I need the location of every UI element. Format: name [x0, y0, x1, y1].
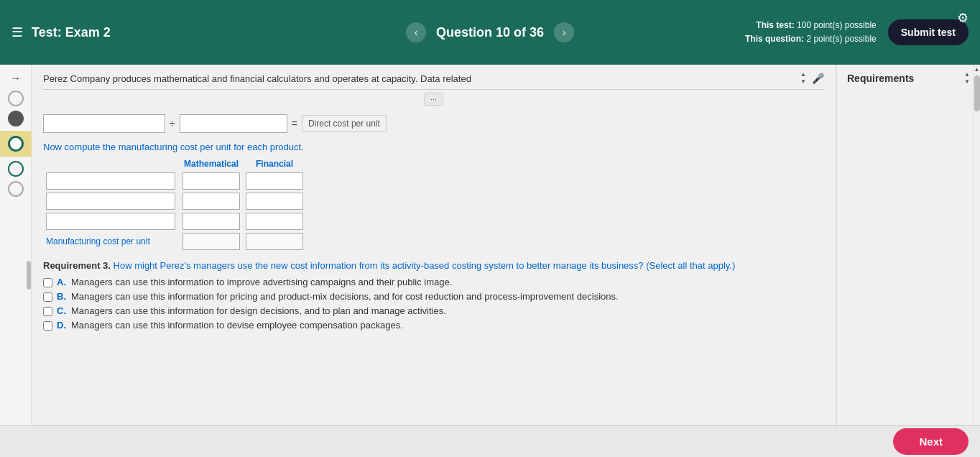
divide-op: ÷ — [170, 118, 175, 129]
row1-fin-input[interactable] — [246, 172, 303, 190]
left-sidebar: → ◂ ▸ — [0, 65, 32, 457]
option-d-text: Managers can use this information to dev… — [71, 320, 403, 331]
left-panel: Perez Company produces mathematical and … — [32, 65, 836, 457]
menu-icon[interactable]: ☰ — [11, 24, 23, 40]
header-right: This test: 100 point(s) possible This qu… — [745, 19, 969, 46]
scroll-thumb[interactable] — [974, 75, 980, 111]
option-a-letter: A. — [57, 277, 67, 287]
option-c-checkbox[interactable] — [43, 307, 52, 316]
option-b-checkbox[interactable] — [43, 292, 52, 302]
option-a-text: Managers can use this information to imp… — [71, 277, 452, 287]
option-d-letter: D. — [57, 320, 67, 331]
sidebar-circle-1[interactable] — [8, 91, 24, 106]
formula-label: Direct cost per unit — [302, 115, 387, 132]
test-title: Test: Exam 2 — [32, 25, 111, 40]
next-button[interactable]: Next — [893, 428, 969, 455]
header-left: ☰ Test: Exam 2 — [11, 24, 111, 40]
row1-math-input[interactable] — [182, 172, 240, 190]
question-counter: Question 10 of 36 — [436, 25, 544, 40]
row3-label-input[interactable] — [46, 213, 175, 230]
right-down-icon: ▼ — [964, 79, 970, 85]
test-name: Exam 2 — [65, 25, 111, 40]
table-row — [43, 191, 306, 211]
footer-fin-input[interactable] — [246, 233, 303, 250]
option-d-checkbox[interactable] — [43, 321, 52, 331]
sidebar-arrow-right[interactable]: → — [9, 70, 23, 86]
row2-label-input[interactable] — [46, 193, 175, 210]
main-layout: → ◂ ▸ Perez Company produces mathematica… — [0, 65, 980, 457]
sidebar-circle-4[interactable] — [8, 161, 24, 177]
scroll-up-arrow[interactable]: ▲ — [974, 66, 980, 73]
sub-instruction: Now compute the manufacturing cost per u… — [43, 142, 824, 152]
sidebar-highlight — [0, 131, 32, 157]
footer-math-input[interactable] — [182, 233, 240, 250]
table-header-empty — [43, 157, 180, 171]
option-d: D. Managers can use this information to … — [43, 320, 824, 331]
row2-fin-input[interactable] — [246, 193, 303, 210]
row3-fin-input[interactable] — [246, 213, 303, 230]
option-b-letter: B. — [57, 291, 67, 302]
points-info: This test: 100 point(s) possible This qu… — [745, 19, 877, 46]
right-panel: Requirements ▲ ▼ ▲ ▼ — [836, 65, 980, 457]
up-arrow-icon: ▲ — [800, 72, 806, 78]
gear-icon[interactable]: ⚙ — [957, 10, 969, 26]
bottom-bar: Next — [0, 425, 980, 457]
req-number: Requirement 3. — [43, 260, 111, 271]
scroll-control[interactable]: ▲ ▼ — [800, 72, 806, 85]
next-question-button[interactable]: › — [554, 22, 574, 42]
req-select-note: (Select all that apply.) — [646, 260, 735, 271]
table-header-financial: Financial — [243, 157, 306, 171]
table-footer-row: Manufacturing cost per unit — [43, 231, 306, 251]
table-row — [43, 211, 306, 231]
separator — [43, 89, 824, 90]
requirements-title: Requirements — [847, 73, 914, 84]
microphone-icon[interactable]: 🎤 — [812, 73, 824, 84]
equals-op: = — [292, 118, 297, 129]
content-area: Perez Company produces mathematical and … — [32, 65, 980, 457]
option-c-letter: C. — [57, 305, 67, 316]
prev-question-button[interactable]: ‹ — [406, 22, 426, 42]
formula-row: ÷ = Direct cost per unit — [43, 111, 824, 136]
right-scrollbar: ▲ ▼ — [973, 65, 980, 457]
option-c: C. Managers can use this information for… — [43, 305, 824, 316]
row1-label-input[interactable] — [46, 172, 175, 190]
sidebar-circle-5[interactable] — [8, 181, 24, 197]
sidebar-circle-2[interactable] — [8, 111, 24, 126]
header: ☰ Test: Exam 2 ‹ Question 10 of 36 › Thi… — [0, 0, 980, 65]
formula-input-2[interactable] — [180, 114, 287, 133]
question-nav: ‹ Question 10 of 36 › — [406, 22, 574, 42]
right-scroll-control[interactable]: ▲ ▼ — [964, 72, 970, 85]
test-label: Test: — [32, 25, 62, 40]
footer-label: Manufacturing cost per unit — [43, 231, 180, 251]
option-c-text: Managers can use this information for de… — [71, 305, 446, 316]
table-header-mathematical: Mathematical — [180, 157, 243, 171]
option-b-text: Managers can use this information for pr… — [71, 291, 619, 302]
formula-input-1[interactable] — [43, 114, 165, 133]
test-points: This test: 100 point(s) possible — [745, 19, 877, 32]
sidebar-circle-active[interactable] — [8, 136, 24, 152]
row2-math-input[interactable] — [182, 193, 240, 210]
down-arrow-icon: ▼ — [800, 79, 806, 85]
question-points: This question: 2 point(s) possible — [745, 32, 877, 46]
row3-math-input[interactable] — [182, 213, 240, 230]
right-up-icon: ▲ — [964, 72, 970, 78]
ellipsis-row: ··· — [43, 93, 824, 106]
question-controls: ▲ ▼ 🎤 — [800, 72, 824, 85]
option-a: A. Managers can use this information to … — [43, 277, 824, 287]
ellipsis-button[interactable]: ··· — [424, 93, 443, 106]
req-question: How might Perez's managers use the new c… — [114, 260, 644, 271]
cost-table: Mathematical Financial — [43, 157, 306, 251]
option-a-checkbox[interactable] — [43, 278, 52, 287]
option-b: B. Managers can use this information for… — [43, 291, 824, 302]
question-text: Perez Company produces mathematical and … — [43, 72, 471, 86]
sidebar-scroll-handle[interactable] — [27, 261, 31, 290]
table-row — [43, 171, 306, 191]
requirement3-title: Requirement 3. How might Perez's manager… — [43, 259, 824, 273]
right-panel-header: Requirements ▲ ▼ — [847, 72, 970, 85]
question-header: Perez Company produces mathematical and … — [43, 72, 824, 86]
